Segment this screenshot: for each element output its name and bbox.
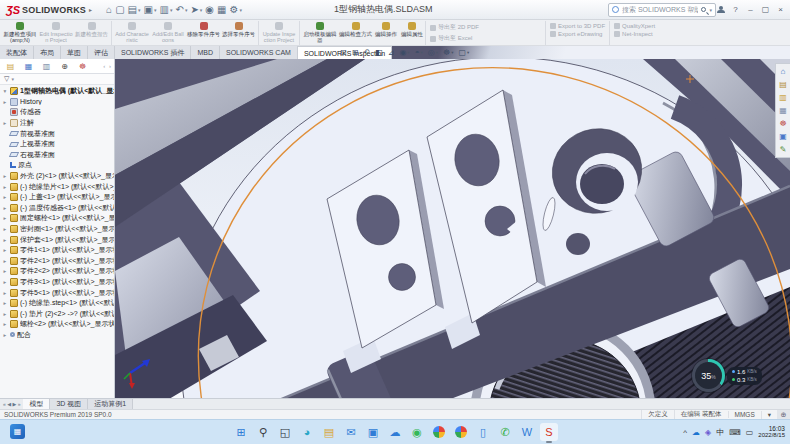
security-tray-icon[interactable]: ◈: [705, 428, 711, 437]
expand-arrow-icon[interactable]: ▸: [2, 99, 8, 105]
design-library-icon[interactable]: ▤: [778, 79, 789, 90]
tree-row[interactable]: ▸ 零件2<2> (默认<<默认>_显示状态 1>): [2, 266, 114, 277]
mail-icon[interactable]: ✉: [342, 423, 360, 441]
new-document-icon[interactable]: ▢: [115, 5, 124, 15]
export-button[interactable]: Net-Inspect: [614, 31, 655, 37]
command-tab[interactable]: SOLIDWORKS 插件: [115, 46, 191, 59]
ribbon-button[interactable]: 编辑操作: [373, 21, 399, 45]
tree-row[interactable]: ▸ 零件5<1> (默认<<默认>_显示状态 1>): [2, 287, 114, 298]
expand-arrow-icon[interactable]: ▸: [2, 321, 8, 327]
command-tab[interactable]: 布局: [34, 46, 61, 59]
browser-wheel-icon[interactable]: [430, 423, 448, 441]
tree-row[interactable]: ▸ 零件1<1> (默认<<默认>_显示状态 1>): [2, 245, 114, 256]
task-view-button[interactable]: ◱: [276, 423, 294, 441]
solidworks-resources-icon[interactable]: ⌂: [778, 66, 789, 77]
ribbon-button[interactable]: [299, 21, 300, 45]
command-tab[interactable]: 评估: [88, 46, 115, 59]
tree-row[interactable]: 传感器: [2, 107, 114, 118]
command-tab[interactable]: 草图: [61, 46, 88, 59]
tree-row[interactable]: 前视基准面: [2, 128, 114, 139]
zoom-area-icon[interactable]: ⊞: [352, 48, 359, 57]
store-icon[interactable]: ▣: [364, 423, 382, 441]
ribbon-button[interactable]: 编辑检查方式: [338, 21, 373, 45]
section-view-icon[interactable]: ◧: [375, 48, 383, 57]
ribbon-button[interactable]: 移除零件序号: [186, 21, 221, 45]
help-button[interactable]: ?: [728, 5, 743, 14]
rebuild-traffic-light-icon[interactable]: ◉: [205, 5, 214, 15]
view-palette-icon[interactable]: ▦: [778, 105, 789, 116]
undo-icon[interactable]: ↶▾: [175, 5, 187, 15]
solidworks-taskbar-icon[interactable]: S: [540, 423, 558, 441]
tree-row[interactable]: ▸ 配合: [2, 330, 114, 341]
expand-arrow-icon[interactable]: ▸: [2, 205, 8, 211]
tree-row[interactable]: 上视基准面: [2, 139, 114, 150]
tree-row[interactable]: ▸ 螺栓<2> (默认<<默认>_显示状态 1>): [2, 319, 114, 330]
expand-arrow-icon[interactable]: ▸: [2, 279, 8, 285]
close-button[interactable]: ×: [773, 5, 788, 14]
export-button[interactable]: 导出至 2D PDF: [430, 23, 541, 32]
tree-row[interactable]: ▸ 固定螺栓<1> (默认<<默认>_显示状态 1>): [2, 213, 114, 224]
command-tab[interactable]: SOLIDWORKS CAM: [220, 46, 298, 59]
tray-chevron-icon[interactable]: ^: [683, 428, 687, 437]
file-explorer-icon[interactable]: ▥: [778, 92, 789, 103]
app-green-icon[interactable]: ◉: [408, 423, 426, 441]
expand-arrow-icon[interactable]: ▸: [2, 120, 8, 126]
widgets-button[interactable]: ▦: [10, 424, 25, 439]
export-button[interactable]: 导出至 Excel: [430, 34, 541, 43]
display-style-icon[interactable]: ◓▾: [415, 48, 423, 57]
keyboard-tray-icon[interactable]: ⌨: [729, 428, 741, 437]
propertymanager-tab[interactable]: ▦: [20, 60, 37, 73]
expand-arrow-icon[interactable]: ▸: [2, 226, 8, 232]
select-icon[interactable]: ➤▾: [190, 5, 202, 15]
expand-arrow-icon[interactable]: ▸: [2, 194, 8, 200]
zoom-fit-icon[interactable]: ⊡: [340, 48, 347, 57]
chrome-icon[interactable]: [452, 423, 470, 441]
expand-arrow-icon[interactable]: ▸: [2, 300, 8, 306]
tree-row[interactable]: ▸ (-) 绝缘垫.step<1> (默认<<默认>_显示状态 1>): [2, 298, 114, 309]
panel-tab-arrows-icon[interactable]: ‹ ›: [103, 63, 114, 69]
ribbon-button[interactable]: Edit Inspection Project: [38, 21, 74, 45]
login-icon[interactable]: [713, 6, 728, 13]
status-item[interactable]: 在编辑 装配体: [674, 410, 728, 419]
ime-mode-button[interactable]: 中: [716, 428, 724, 437]
expand-arrow-icon[interactable]: ▸: [2, 184, 8, 190]
document-tab[interactable]: 运动算例1: [88, 399, 133, 409]
usage-gauge[interactable]: 35%: [692, 359, 725, 392]
tree-row[interactable]: ▸ History: [2, 97, 114, 108]
restore-button[interactable]: ▢: [758, 5, 773, 14]
document-tab[interactable]: 模型: [23, 399, 50, 409]
model-canvas[interactable]: [115, 59, 790, 398]
display-tray-icon[interactable]: ▭: [746, 428, 754, 437]
view-orientation-icon[interactable]: ◉▾: [399, 48, 409, 57]
expand-arrow-icon[interactable]: ▾: [2, 88, 8, 94]
view-settings-icon[interactable]: ▢▾: [458, 48, 469, 57]
featuremanager-tab[interactable]: ▤: [2, 60, 19, 73]
tree-row[interactable]: ▸ 注解: [2, 118, 114, 129]
ribbon-button[interactable]: Update Inspection Project: [261, 21, 297, 45]
expand-arrow-icon[interactable]: ▸: [2, 311, 8, 317]
ribbon-button[interactable]: 选择零件序号: [221, 21, 256, 45]
file-properties-icon[interactable]: ▦: [217, 5, 226, 15]
ribbon-button[interactable]: [111, 21, 112, 45]
tree-filter[interactable]: ▽ ▾: [0, 74, 114, 85]
document-tab[interactable]: 3D 视图: [50, 399, 88, 409]
expand-arrow-icon[interactable]: ▸: [2, 215, 8, 221]
start-button[interactable]: ⊞: [232, 423, 250, 441]
status-item[interactable]: MMGS: [728, 411, 761, 418]
custom-properties-icon[interactable]: ▣: [778, 131, 789, 142]
wechat-icon[interactable]: ✆: [496, 423, 514, 441]
hide-show-items-icon[interactable]: ◎▾: [428, 48, 438, 57]
menu-flyout-icon[interactable]: ▸: [89, 6, 92, 13]
measure-icon[interactable]: ⊿: [388, 48, 395, 57]
tree-row[interactable]: ▸ (-) 上盖<1> (默认<<默认>_显示状态 1>): [2, 192, 114, 203]
tree-row[interactable]: ▸ 保护套<1> (默认<<默认>_显示状态 1>): [2, 234, 114, 245]
export-button[interactable]: Export to 3D PDF: [550, 23, 605, 29]
tree-row[interactable]: ▾ 1型钢轴热电偶 (默认<默认_显示状态-1>): [2, 86, 114, 97]
configurationmanager-tab[interactable]: ▥: [38, 60, 55, 73]
print-icon[interactable]: ▥▾: [160, 5, 173, 15]
ribbon-button[interactable]: [258, 21, 259, 45]
forum-icon[interactable]: ✎: [778, 144, 789, 155]
ribbon-button[interactable]: 编辑属性: [399, 21, 425, 45]
command-tab[interactable]: 装配体: [0, 46, 34, 59]
export-button[interactable]: QualityXpert: [614, 23, 655, 29]
